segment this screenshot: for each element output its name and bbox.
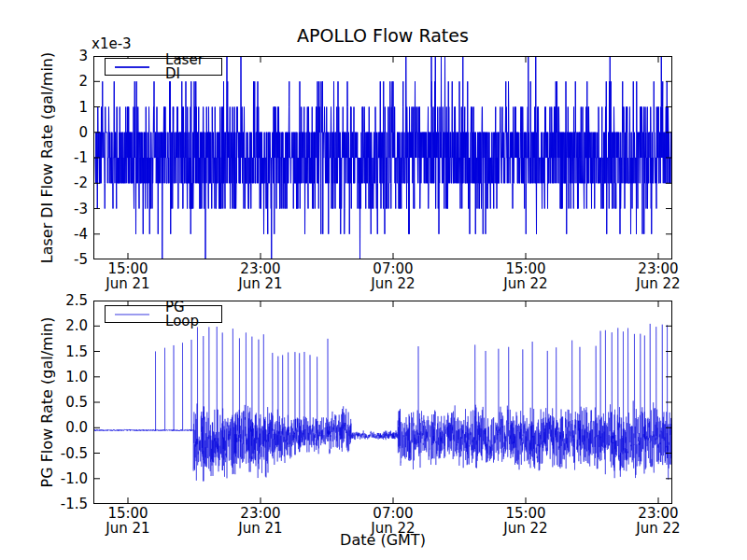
- tick-marks: [94, 301, 671, 504]
- y-tick-label: -1.5: [26, 496, 88, 512]
- y-tick-label: -5: [26, 251, 88, 268]
- y-tick-label: -1.0: [26, 470, 88, 487]
- y-tick-label: 2.5: [26, 292, 88, 309]
- y-tick-label: 1.0: [26, 369, 88, 385]
- y-axis-offset-text: x1e-3: [92, 35, 132, 52]
- x-tick-label-date: Jun 22: [346, 277, 440, 292]
- legend-line-sample-icon: [115, 314, 149, 315]
- x-tick-label-date: Jun 21: [214, 277, 307, 292]
- y-tick-label: 0: [26, 124, 88, 141]
- y-tick-label: 1: [26, 99, 88, 116]
- x-tick-label-date: Jun 21: [81, 277, 175, 292]
- y-tick-label: -2: [26, 175, 88, 191]
- legend-label: PG Loop: [165, 301, 221, 329]
- legend-line-sample-icon: [115, 66, 149, 68]
- y-tick-label: -0.5: [26, 445, 88, 462]
- legend-label: Laser DI: [165, 53, 221, 81]
- y-tick-label: -4: [26, 226, 88, 243]
- x-axis-label: Date (GMT): [93, 531, 672, 549]
- pg-loop-plot-svg: [93, 301, 672, 504]
- chart-title: APOLLO Flow Rates: [93, 25, 672, 46]
- legend-laser-di: Laser DI: [105, 58, 222, 76]
- y-tick-label: 2: [26, 73, 88, 90]
- y-tick-label: -3: [26, 201, 88, 217]
- figure-apollo-flow-rates: APOLLO Flow Rates x1e-3 Laser DI Flow Ra…: [0, 0, 747, 560]
- axes-frame: [94, 301, 672, 504]
- legend-pg-loop: PG Loop: [105, 305, 222, 323]
- y-tick-label: 3: [26, 48, 88, 64]
- y-tick-label: 0.5: [26, 394, 88, 411]
- y-tick-label: 1.5: [26, 343, 88, 360]
- bottom-axes-pg-loop: [93, 301, 672, 504]
- x-tick-label-date: Jun 22: [479, 277, 572, 292]
- pg-loop-line-series: [93, 324, 672, 482]
- y-tick-label: 2.0: [26, 317, 88, 334]
- laser-di-line-series: [93, 56, 672, 259]
- top-axes-laser-di: [93, 56, 672, 259]
- x-tick-label-date: Jun 22: [612, 277, 705, 292]
- laser-di-plot-svg: [93, 56, 672, 259]
- y-tick-label: 0.0: [26, 419, 88, 436]
- y-tick-label: -1: [26, 149, 88, 166]
